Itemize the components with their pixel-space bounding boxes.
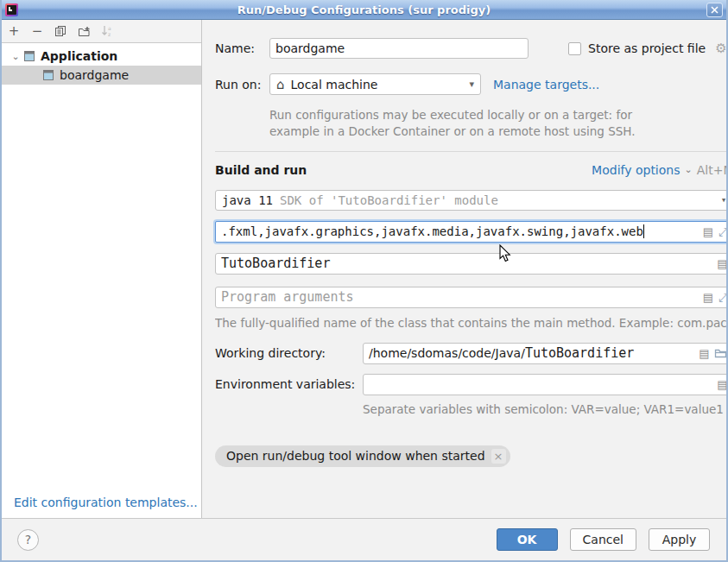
store-options-button[interactable]: ⚙ ⌄: [715, 42, 728, 55]
remove-tag-icon[interactable]: ×: [491, 449, 506, 464]
application-icon: [41, 68, 55, 82]
home-icon: ⌂: [276, 77, 285, 92]
store-as-project-file-checkbox[interactable]: [568, 42, 581, 55]
combo-arrow-icon: ▾: [721, 194, 727, 205]
sort-az-icon: a z: [101, 25, 113, 37]
close-icon: [711, 6, 719, 14]
open-tool-window-tag[interactable]: Open run/debug tool window when started …: [215, 445, 510, 467]
insert-macros-icon[interactable]: ▤: [717, 379, 727, 390]
tree-node-label: boardgame: [60, 68, 129, 82]
open-tool-window-tag-label: Open run/debug tool window when started: [226, 449, 485, 463]
name-label: Name:: [215, 41, 269, 55]
insert-macros-icon[interactable]: ▤: [699, 348, 709, 359]
build-and-run-heading: Build and run: [215, 163, 307, 177]
tree-node-boardgame[interactable]: boardgame: [2, 66, 201, 85]
working-directory-input[interactable]: /home/sdomas/code/Java/ TutoBoardifier ▤: [363, 343, 728, 364]
text-caret: [643, 224, 644, 238]
tree-node-label: Application: [41, 49, 117, 63]
close-window-button[interactable]: [706, 3, 723, 17]
sidebar-toolbar: + −: [2, 20, 201, 43]
program-arguments-input[interactable]: Program arguments ▤ ⤢: [215, 287, 728, 308]
apply-button[interactable]: Apply: [649, 528, 710, 551]
edit-configuration-templates-link[interactable]: Edit configuration templates...: [14, 496, 198, 509]
run-on-select[interactable]: ⌂ Local machine ▾: [269, 73, 481, 95]
environment-variables-input[interactable]: ▤: [363, 374, 728, 395]
new-folder-icon: [78, 26, 91, 37]
environment-variables-help-text: Separate variables with semicolon: VAR=v…: [363, 402, 728, 416]
combo-arrow-icon: ▾: [469, 79, 474, 90]
jre-hint: SDK of 'TutoBoardifier' module: [280, 193, 498, 207]
section-divider: [215, 151, 728, 152]
name-input[interactable]: [269, 38, 529, 59]
expand-field-icon[interactable]: ⤢: [719, 292, 727, 303]
modify-options-shortcut: Alt+M: [697, 163, 728, 177]
program-arguments-placeholder: Program arguments: [221, 289, 354, 305]
vm-options-value: .fxml,javafx.graphics,javafx.media,javaf…: [221, 224, 643, 238]
configurations-sidebar: + −: [2, 20, 202, 519]
sort-configurations-button[interactable]: a z: [100, 24, 114, 38]
run-on-label: Run on:: [215, 78, 269, 92]
run-on-value: Local machine: [291, 78, 378, 92]
remove-configuration-button[interactable]: −: [30, 24, 44, 38]
jre-value: java 11: [222, 193, 273, 207]
new-folder-button[interactable]: [77, 24, 91, 38]
application-icon: [22, 49, 36, 63]
insert-macros-icon[interactable]: ▤: [703, 292, 713, 303]
help-button[interactable]: ?: [17, 529, 39, 551]
svg-text:a: a: [108, 25, 111, 31]
title-bar[interactable]: Run/Debug Configurations (sur prodigy): [2, 0, 726, 20]
main-class-input[interactable]: TutoBoardifier ▤: [215, 253, 728, 275]
copy-icon: [54, 25, 66, 37]
tree-node-application[interactable]: ⌄ Application: [2, 47, 201, 66]
working-directory-value: TutoBoardifier: [525, 345, 634, 361]
copy-configuration-button[interactable]: [54, 24, 67, 38]
environment-variables-label: Environment variables:: [215, 377, 363, 391]
svg-text:z: z: [108, 31, 111, 37]
working-directory-label: Working directory:: [215, 346, 363, 360]
ok-button[interactable]: OK: [497, 528, 558, 551]
browse-folder-icon[interactable]: [714, 348, 727, 358]
gear-icon: ⚙: [715, 42, 726, 55]
dialog-footer: ? OK Cancel Apply: [2, 518, 726, 560]
run-on-help-text: Run configurations may be executed local…: [269, 107, 660, 140]
main-class-value: TutoBoardifier: [221, 256, 330, 271]
chevron-down-icon[interactable]: ⌄: [9, 51, 22, 62]
modify-options-link[interactable]: Modify options: [592, 163, 680, 177]
configurations-tree: ⌄ Application boardgame: [2, 43, 201, 85]
main-class-help-text: The fully-qualified name of the class th…: [215, 316, 728, 330]
store-as-project-file-label: Store as project file: [588, 41, 706, 55]
jre-select[interactable]: java 11 SDK of 'TutoBoardifier' module ▾: [215, 190, 728, 211]
working-directory-prefix: /home/sdomas/code/Java/: [369, 346, 525, 360]
expand-field-icon[interactable]: ⤢: [719, 226, 727, 237]
insert-macros-icon[interactable]: ▤: [717, 258, 727, 269]
window-title: Run/Debug Configurations (sur prodigy): [2, 3, 726, 16]
manage-targets-link[interactable]: Manage targets...: [493, 78, 599, 92]
run-debug-configurations-dialog: Run/Debug Configurations (sur prodigy) +…: [0, 0, 728, 562]
insert-macros-icon[interactable]: ▤: [703, 226, 713, 237]
cancel-button[interactable]: Cancel: [570, 528, 636, 551]
vm-options-input[interactable]: .fxml,javafx.graphics,javafx.media,javaf…: [215, 221, 728, 243]
chevron-down-icon: ⌄: [685, 164, 693, 175]
add-configuration-button[interactable]: +: [7, 24, 21, 38]
configuration-editor: Name: Store as project file ⚙ ⌄ Run on: …: [202, 20, 728, 519]
